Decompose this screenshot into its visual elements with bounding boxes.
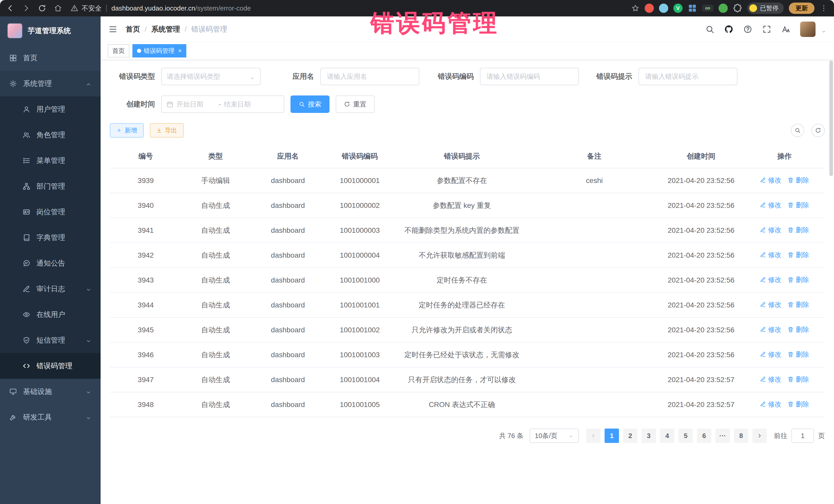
sidebar-item-system[interactable]: 系统管理 — [0, 71, 101, 96]
breadcrumb-item[interactable]: 错误码管理 — [192, 24, 227, 34]
delete-link[interactable]: 删除 — [788, 349, 809, 359]
pagination-page-6[interactable]: 6 — [697, 429, 711, 443]
sidebar-item-notice[interactable]: 通知公告 — [0, 250, 101, 276]
edit-link[interactable]: 修改 — [760, 250, 782, 260]
paused-badge[interactable]: 已暂停 — [747, 3, 784, 14]
delete-link[interactable]: 删除 — [788, 374, 809, 385]
pagination-more[interactable]: ··· — [716, 429, 730, 443]
scrollbar-thumb[interactable] — [829, 61, 833, 176]
logo[interactable]: 芋道管理系统 — [0, 17, 101, 45]
extension-icon-drop[interactable] — [659, 4, 668, 13]
delete-link[interactable]: 删除 — [788, 225, 809, 235]
create-time-range[interactable]: - — [161, 95, 284, 113]
delete-link[interactable]: 删除 — [788, 300, 809, 310]
address-bar[interactable]: 不安全 dashboard.yudao.iocoder.cn/system/er… — [70, 4, 631, 13]
help-icon[interactable] — [743, 25, 752, 34]
sidebar-item-dev-tools[interactable]: 研发工具 — [0, 404, 101, 430]
pagination-page-1[interactable]: 1 — [605, 429, 619, 443]
sidebar-item-post[interactable]: 岗位管理 — [0, 199, 101, 225]
start-date-input[interactable] — [177, 100, 216, 108]
close-icon[interactable]: × — [178, 47, 182, 54]
extension-icon-switch[interactable]: on — [702, 5, 714, 12]
refresh-table-button[interactable] — [811, 124, 825, 137]
font-size-icon[interactable] — [781, 25, 790, 34]
app-name-input[interactable] — [320, 68, 419, 85]
search-button[interactable]: 搜索 — [290, 95, 329, 113]
hamburger-icon[interactable] — [108, 25, 117, 34]
sidebar-item-menu[interactable]: 菜单管理 — [0, 148, 101, 174]
extensions-puzzle-icon[interactable] — [733, 4, 742, 13]
error-hint-input[interactable] — [638, 68, 738, 85]
sidebar-item-dept[interactable]: 部门管理 — [0, 174, 101, 199]
cell-type: 手动编辑 — [182, 168, 249, 193]
edit-link[interactable]: 修改 — [760, 175, 782, 185]
tag-active[interactable]: 错误码管理× — [132, 44, 186, 58]
sidebar-item-infra[interactable]: 基础设施 — [0, 379, 101, 404]
export-button[interactable]: 导出 — [150, 123, 184, 137]
prev-page-button[interactable] — [586, 429, 600, 443]
tag-item[interactable]: 首页 — [108, 44, 129, 58]
github-icon[interactable] — [724, 25, 733, 34]
end-date-input[interactable] — [224, 100, 263, 108]
sidebar-item-dict[interactable]: 字典管理 — [0, 225, 101, 250]
cell-memo — [531, 193, 658, 218]
security-indicator[interactable]: 不安全 — [70, 4, 102, 13]
pagination-page-3[interactable]: 3 — [641, 429, 656, 443]
fullscreen-icon[interactable] — [762, 25, 771, 34]
reload-icon[interactable] — [38, 4, 46, 12]
header-search-icon[interactable] — [705, 25, 715, 34]
avatar-caret-icon[interactable] — [821, 27, 826, 32]
edit-link[interactable]: 修改 — [760, 300, 782, 310]
delete-link[interactable]: 删除 — [788, 175, 809, 185]
pagination-page-2[interactable]: 2 — [623, 429, 637, 443]
sidebar-item-audit-log[interactable]: 审计日志 — [0, 276, 101, 302]
delete-link[interactable]: 删除 — [788, 200, 809, 210]
sidebar-item-home[interactable]: 首页 — [0, 45, 101, 71]
delete-link[interactable]: 删除 — [788, 324, 809, 335]
sidebar-item-error-code[interactable]: 错误码管理 — [0, 353, 101, 379]
announcement-icon — [23, 259, 30, 267]
delete-link[interactable]: 删除 — [788, 399, 809, 409]
reset-button[interactable]: 重置 — [336, 95, 375, 113]
bookmark-star-icon[interactable] — [631, 4, 639, 12]
delete-link[interactable]: 删除 — [788, 275, 809, 285]
extension-icon-leaf[interactable] — [719, 4, 728, 13]
sidebar-item-role[interactable]: 角色管理 — [0, 122, 101, 148]
forward-icon[interactable] — [22, 4, 30, 12]
sidebar-item-user[interactable]: 用户管理 — [0, 96, 101, 122]
page-size-select[interactable]: 10条/页 — [530, 429, 579, 443]
edit-icon — [760, 376, 766, 382]
sidebar-item-online-user[interactable]: 在线用户 — [0, 302, 101, 327]
error-code-input[interactable] — [480, 68, 579, 85]
extension-icon-green-v[interactable]: V — [673, 4, 683, 13]
edit-link[interactable]: 修改 — [760, 275, 782, 285]
show-search-button[interactable] — [791, 124, 804, 137]
pagination-page-4[interactable]: 4 — [660, 429, 674, 443]
browser-menu-icon[interactable] — [820, 4, 828, 12]
back-icon[interactable] — [6, 4, 14, 12]
edit-link[interactable]: 修改 — [760, 225, 782, 235]
add-button[interactable]: 新增 — [110, 123, 144, 137]
goto-page-input[interactable] — [791, 429, 814, 443]
edit-link[interactable]: 修改 — [760, 349, 782, 359]
edit-link[interactable]: 修改 — [760, 200, 782, 210]
update-button[interactable]: 更新 — [789, 3, 814, 14]
edit-link[interactable]: 修改 — [760, 399, 782, 409]
error-type-select[interactable]: 请选择错误码类型 — [161, 68, 261, 85]
user-avatar[interactable] — [800, 22, 815, 37]
extension-icon-red[interactable] — [644, 4, 654, 13]
pagination-page-8[interactable]: 8 — [734, 429, 748, 443]
cell-actions: 修改删除 — [744, 342, 825, 367]
next-page-button[interactable] — [752, 429, 767, 443]
breadcrumb-item[interactable]: 系统管理 — [151, 24, 180, 34]
delete-icon — [788, 302, 794, 308]
delete-link[interactable]: 删除 — [788, 250, 809, 260]
edit-link[interactable]: 修改 — [760, 324, 782, 335]
sidebar-item-sms[interactable]: 短信管理 — [0, 327, 101, 353]
home-icon[interactable] — [54, 4, 62, 12]
pagination-page-5[interactable]: 5 — [679, 429, 693, 443]
breadcrumb-item[interactable]: 首页 — [126, 24, 140, 34]
extension-icon-grid[interactable] — [688, 4, 697, 13]
edit-link[interactable]: 修改 — [760, 374, 782, 385]
filter-row-2: 创建时间 - 搜索 重置 — [110, 95, 825, 113]
